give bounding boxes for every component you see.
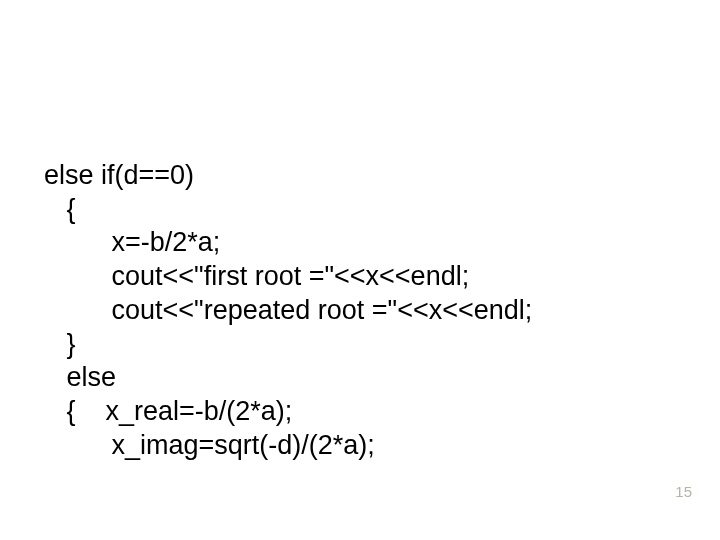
code-line: else if(d==0) bbox=[44, 160, 194, 190]
page-number: 15 bbox=[675, 483, 692, 500]
code-line: cout<<"repeated root ="<<x<<endl; bbox=[44, 295, 532, 325]
code-block: else if(d==0) { x=-b/2*a; cout<<"first r… bbox=[44, 125, 532, 463]
code-line: x_imag=sqrt(-d)/(2*a); bbox=[44, 430, 375, 460]
code-line: } bbox=[44, 329, 76, 359]
code-line: { bbox=[44, 194, 76, 224]
code-line: cout<<"first root ="<<x<<endl; bbox=[44, 261, 469, 291]
code-line: x=-b/2*a; bbox=[44, 227, 220, 257]
code-line: { x_real=-b/(2*a); bbox=[44, 396, 292, 426]
slide: else if(d==0) { x=-b/2*a; cout<<"first r… bbox=[0, 0, 720, 540]
code-line: else bbox=[44, 362, 116, 392]
